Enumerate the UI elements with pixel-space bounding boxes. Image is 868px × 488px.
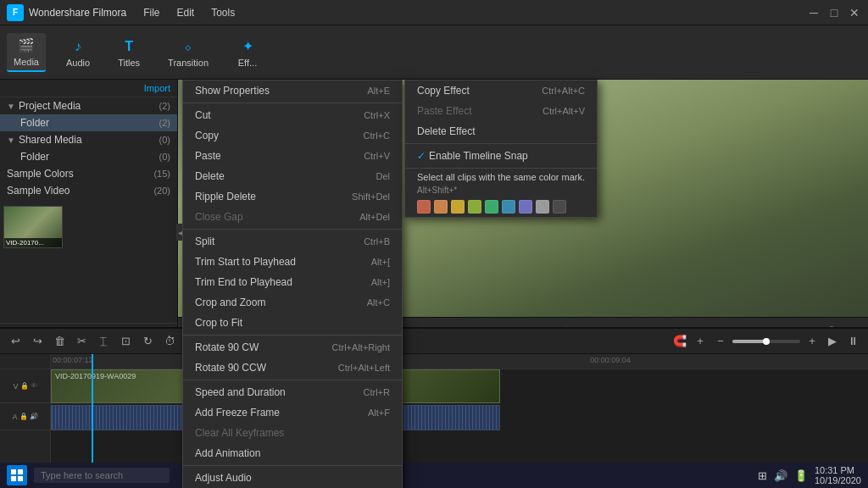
color-dot-teal[interactable] [485, 200, 498, 214]
sub-copy-effect[interactable]: Copy Effect Ctrl+Alt+C [405, 80, 597, 101]
ctx-trim-start[interactable]: Trim Start to Playhead Alt+[ [183, 252, 402, 272]
crop-button[interactable]: ⊡ [117, 333, 134, 350]
ctx-sep-2 [183, 229, 402, 230]
toolbar-effects[interactable]: ✦ Eff... [229, 34, 266, 71]
toolbar-media[interactable]: 🎬 Media [7, 33, 46, 72]
sub-enable-snap[interactable]: ✓Enable Timeline Snap [405, 146, 597, 166]
ctx-close-gap: Close Gap Alt+Del [183, 207, 402, 227]
undo-button[interactable]: ↩ [7, 333, 24, 350]
taskbar-search[interactable] [34, 468, 170, 483]
tree-label-shared: Shared Media [19, 134, 156, 146]
svg-rect-2 [11, 476, 16, 481]
close-button[interactable]: ✕ [848, 6, 861, 19]
tl-zoom-out-button[interactable]: − [712, 333, 729, 350]
taskbar: ⊞ 🔊 🔋 10:31 PM 10/19/2020 [0, 463, 868, 488]
battery-icon: 🔋 [794, 469, 808, 482]
tree-project-media[interactable]: ▼ Project Media (2) [0, 97, 177, 114]
ctx-trim-end[interactable]: Trim End to Playhead Alt+] [183, 272, 402, 292]
color-dot-orange[interactable] [434, 200, 448, 214]
ctx-sep-1 [183, 103, 402, 103]
import-button[interactable]: Import [144, 83, 170, 93]
color-shortcut-label: Alt+Shift+* [417, 186, 457, 195]
app-logo: F [7, 4, 24, 21]
tree-shared-folder[interactable]: Folder (0) [0, 148, 177, 165]
tl-play-button[interactable]: ▶ [824, 333, 841, 350]
ctx-paste[interactable]: Paste Ctrl+V [183, 146, 402, 166]
tree-label-colors: Sample Colors [7, 168, 150, 180]
toolbar-transition[interactable]: ⬦ Transition [161, 34, 215, 71]
ctx-crop-zoom[interactable]: Crop and Zoom Alt+C [183, 292, 402, 313]
redo-button[interactable]: ↪ [29, 333, 46, 350]
maximize-button[interactable]: □ [827, 6, 841, 19]
timeline-toolbar: ↩ ↪ 🗑 ✂ ⌶ ⊡ ↻ ⏱ 00:00:03:08 🧲 + − + ▶ ⏸ [0, 329, 868, 354]
color-dot-purple[interactable] [519, 200, 532, 214]
ctx-freeze-frame[interactable]: Add Freeze Frame Alt+F [183, 402, 402, 423]
ctx-show-properties[interactable]: Show Properties Alt+E [183, 80, 402, 101]
color-dot-yellow[interactable] [451, 200, 465, 214]
ctx-rotate-ccw[interactable]: Rotate 90 CCW Ctrl+Alt+Left [183, 358, 402, 378]
media-thumbnail[interactable]: VID-20170... [3, 206, 63, 248]
color-dot-dark[interactable] [553, 200, 566, 214]
track-label-audio: A 🔒 🔊 [0, 403, 50, 430]
sub-delete-effect[interactable]: Delete Effect [405, 121, 597, 141]
tl-pause-button[interactable]: ⏸ [844, 333, 861, 350]
menu-file[interactable]: File [140, 5, 163, 20]
timeline-ruler: 00:00:07:12 00:00:08:08 00:00:09:04 [51, 354, 868, 369]
ctx-sep-3 [183, 335, 402, 336]
network-icon: ⊞ [758, 469, 767, 482]
toolbar-audio[interactable]: ♪ Audio [59, 34, 97, 71]
ctx-speed-duration[interactable]: Speed and Duration Ctrl+R [183, 382, 402, 402]
svg-rect-0 [11, 469, 16, 474]
timeline-tracks: 00:00:07:12 00:00:08:08 00:00:09:04 VID-… [51, 354, 868, 463]
tree-sample-colors[interactable]: Sample Colors (15) [0, 165, 177, 182]
ctx-cut[interactable]: Cut Ctrl+X [183, 105, 402, 125]
tree-arrow-project: ▼ [7, 102, 15, 111]
sub-context-menu: Copy Effect Ctrl+Alt+C Paste Effect Ctrl… [404, 80, 598, 218]
ctx-sep-5 [183, 465, 402, 466]
svg-rect-3 [18, 476, 23, 481]
sub-paste-effect: Paste Effect Ctrl+Alt+V [405, 101, 597, 121]
speed-button[interactable]: ⏱ [161, 333, 178, 350]
color-dot-green[interactable] [468, 200, 481, 214]
title-menu: File Edit Tools [140, 5, 238, 20]
ctx-adjust-audio[interactable]: Adjust Audio [183, 468, 402, 488]
delete-button[interactable]: 🗑 [51, 333, 68, 350]
time-display: 10:31 PM [815, 465, 861, 475]
split-button[interactable]: ⌶ [95, 333, 112, 350]
check-icon: ✓ [417, 150, 426, 162]
sub-sep-1 [405, 143, 597, 144]
panel-header: Import [0, 80, 177, 97]
ctx-add-animation[interactable]: Add Animation [183, 443, 402, 463]
minimize-button[interactable]: ─ [807, 6, 821, 19]
ruler-mark-3: 00:00:09:04 [590, 356, 631, 364]
start-button[interactable] [7, 465, 27, 485]
ctx-crop-fit[interactable]: Crop to Fit [183, 313, 402, 333]
color-dot-gray[interactable] [536, 200, 549, 214]
tree-label-video: Sample Video [7, 185, 150, 197]
toolbar-media-label: Media [14, 57, 39, 67]
tree-folder[interactable]: Folder (2) [0, 114, 177, 131]
tree-count-video: (20) [153, 186, 170, 196]
tl-add-track-button[interactable]: + [692, 333, 709, 350]
toolbar-titles[interactable]: T Titles [110, 34, 147, 71]
timeline-track-labels: V 🔒 👁 A 🔒 🔊 [0, 354, 51, 463]
menu-edit[interactable]: Edit [174, 5, 198, 20]
ctx-rotate-cw[interactable]: Rotate 90 CW Ctrl+Alt+Right [183, 337, 402, 358]
tree-sample-video[interactable]: Sample Video (20) [0, 182, 177, 199]
tl-zoom-in-button[interactable]: + [804, 333, 821, 350]
menu-tools[interactable]: Tools [208, 5, 238, 20]
color-dot-blue[interactable] [502, 200, 515, 214]
rotate-button[interactable]: ↻ [139, 333, 156, 350]
taskbar-right: ⊞ 🔊 🔋 10:31 PM 10/19/2020 [758, 465, 861, 485]
ctx-split[interactable]: Split Ctrl+B [183, 231, 402, 252]
cut-button[interactable]: ✂ [73, 333, 90, 350]
color-dot-red[interactable] [417, 200, 431, 214]
ctx-copy[interactable]: Copy Ctrl+C [183, 125, 402, 146]
timeline-playhead[interactable] [92, 354, 93, 463]
media-icon: 🎬 [17, 36, 36, 55]
tl-magnet-button[interactable]: 🧲 [671, 333, 688, 350]
ctx-delete[interactable]: Delete Del [183, 166, 402, 186]
toolbar-effects-label: Eff... [238, 58, 257, 68]
tree-shared-media[interactable]: ▼ Shared Media (0) [0, 131, 177, 148]
ctx-ripple-delete[interactable]: Ripple Delete Shift+Del [183, 186, 402, 207]
